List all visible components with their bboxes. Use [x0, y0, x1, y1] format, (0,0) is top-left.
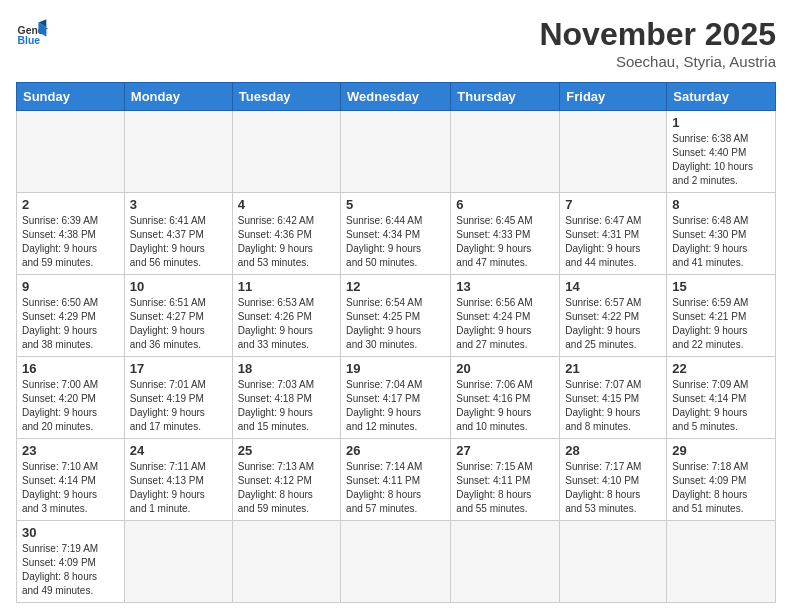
day-number: 10 — [130, 279, 227, 294]
calendar-day-cell: 25Sunrise: 7:13 AM Sunset: 4:12 PM Dayli… — [232, 439, 340, 521]
calendar-day-cell: 3Sunrise: 6:41 AM Sunset: 4:37 PM Daylig… — [124, 193, 232, 275]
weekday-header-saturday: Saturday — [667, 83, 776, 111]
day-info: Sunrise: 7:19 AM Sunset: 4:09 PM Dayligh… — [22, 542, 119, 598]
day-number: 29 — [672, 443, 770, 458]
day-info: Sunrise: 7:06 AM Sunset: 4:16 PM Dayligh… — [456, 378, 554, 434]
day-info: Sunrise: 7:14 AM Sunset: 4:11 PM Dayligh… — [346, 460, 445, 516]
calendar-day-cell — [124, 111, 232, 193]
calendar-day-cell: 26Sunrise: 7:14 AM Sunset: 4:11 PM Dayli… — [341, 439, 451, 521]
calendar-week-row: 30Sunrise: 7:19 AM Sunset: 4:09 PM Dayli… — [17, 521, 776, 603]
calendar-day-cell — [451, 521, 560, 603]
month-year-title: November 2025 — [539, 16, 776, 53]
day-number: 15 — [672, 279, 770, 294]
day-number: 22 — [672, 361, 770, 376]
page-header: General Blue November 2025 Soechau, Styr… — [16, 16, 776, 70]
day-info: Sunrise: 6:41 AM Sunset: 4:37 PM Dayligh… — [130, 214, 227, 270]
day-info: Sunrise: 7:07 AM Sunset: 4:15 PM Dayligh… — [565, 378, 661, 434]
calendar-day-cell: 28Sunrise: 7:17 AM Sunset: 4:10 PM Dayli… — [560, 439, 667, 521]
title-block: November 2025 Soechau, Styria, Austria — [539, 16, 776, 70]
day-number: 23 — [22, 443, 119, 458]
svg-text:Blue: Blue — [18, 35, 41, 46]
day-number: 7 — [565, 197, 661, 212]
day-number: 16 — [22, 361, 119, 376]
day-info: Sunrise: 6:47 AM Sunset: 4:31 PM Dayligh… — [565, 214, 661, 270]
calendar-day-cell — [667, 521, 776, 603]
calendar-day-cell — [124, 521, 232, 603]
day-number: 25 — [238, 443, 335, 458]
calendar-day-cell: 12Sunrise: 6:54 AM Sunset: 4:25 PM Dayli… — [341, 275, 451, 357]
day-number: 27 — [456, 443, 554, 458]
day-info: Sunrise: 6:38 AM Sunset: 4:40 PM Dayligh… — [672, 132, 770, 188]
calendar-day-cell: 29Sunrise: 7:18 AM Sunset: 4:09 PM Dayli… — [667, 439, 776, 521]
calendar-day-cell: 21Sunrise: 7:07 AM Sunset: 4:15 PM Dayli… — [560, 357, 667, 439]
calendar-day-cell: 14Sunrise: 6:57 AM Sunset: 4:22 PM Dayli… — [560, 275, 667, 357]
calendar-day-cell: 19Sunrise: 7:04 AM Sunset: 4:17 PM Dayli… — [341, 357, 451, 439]
day-number: 9 — [22, 279, 119, 294]
calendar-week-row: 9Sunrise: 6:50 AM Sunset: 4:29 PM Daylig… — [17, 275, 776, 357]
weekday-header-monday: Monday — [124, 83, 232, 111]
day-info: Sunrise: 7:03 AM Sunset: 4:18 PM Dayligh… — [238, 378, 335, 434]
weekday-header-tuesday: Tuesday — [232, 83, 340, 111]
day-info: Sunrise: 7:10 AM Sunset: 4:14 PM Dayligh… — [22, 460, 119, 516]
calendar-day-cell: 17Sunrise: 7:01 AM Sunset: 4:19 PM Dayli… — [124, 357, 232, 439]
calendar-day-cell: 4Sunrise: 6:42 AM Sunset: 4:36 PM Daylig… — [232, 193, 340, 275]
day-info: Sunrise: 7:13 AM Sunset: 4:12 PM Dayligh… — [238, 460, 335, 516]
day-info: Sunrise: 7:18 AM Sunset: 4:09 PM Dayligh… — [672, 460, 770, 516]
day-info: Sunrise: 7:17 AM Sunset: 4:10 PM Dayligh… — [565, 460, 661, 516]
calendar-day-cell: 24Sunrise: 7:11 AM Sunset: 4:13 PM Dayli… — [124, 439, 232, 521]
day-info: Sunrise: 7:11 AM Sunset: 4:13 PM Dayligh… — [130, 460, 227, 516]
weekday-header-row: SundayMondayTuesdayWednesdayThursdayFrid… — [17, 83, 776, 111]
day-number: 26 — [346, 443, 445, 458]
day-number: 11 — [238, 279, 335, 294]
day-info: Sunrise: 6:56 AM Sunset: 4:24 PM Dayligh… — [456, 296, 554, 352]
day-info: Sunrise: 6:48 AM Sunset: 4:30 PM Dayligh… — [672, 214, 770, 270]
day-number: 2 — [22, 197, 119, 212]
day-number: 28 — [565, 443, 661, 458]
day-info: Sunrise: 7:09 AM Sunset: 4:14 PM Dayligh… — [672, 378, 770, 434]
calendar-day-cell: 23Sunrise: 7:10 AM Sunset: 4:14 PM Dayli… — [17, 439, 125, 521]
logo: General Blue — [16, 16, 48, 48]
calendar-day-cell: 10Sunrise: 6:51 AM Sunset: 4:27 PM Dayli… — [124, 275, 232, 357]
calendar-day-cell — [341, 521, 451, 603]
day-number: 20 — [456, 361, 554, 376]
calendar-day-cell: 11Sunrise: 6:53 AM Sunset: 4:26 PM Dayli… — [232, 275, 340, 357]
day-number: 30 — [22, 525, 119, 540]
calendar-day-cell — [560, 111, 667, 193]
calendar-day-cell: 1Sunrise: 6:38 AM Sunset: 4:40 PM Daylig… — [667, 111, 776, 193]
day-info: Sunrise: 6:51 AM Sunset: 4:27 PM Dayligh… — [130, 296, 227, 352]
calendar-day-cell: 27Sunrise: 7:15 AM Sunset: 4:11 PM Dayli… — [451, 439, 560, 521]
day-number: 3 — [130, 197, 227, 212]
calendar-week-row: 1Sunrise: 6:38 AM Sunset: 4:40 PM Daylig… — [17, 111, 776, 193]
calendar-day-cell — [232, 521, 340, 603]
weekday-header-friday: Friday — [560, 83, 667, 111]
calendar-week-row: 2Sunrise: 6:39 AM Sunset: 4:38 PM Daylig… — [17, 193, 776, 275]
calendar-day-cell: 13Sunrise: 6:56 AM Sunset: 4:24 PM Dayli… — [451, 275, 560, 357]
calendar-day-cell: 6Sunrise: 6:45 AM Sunset: 4:33 PM Daylig… — [451, 193, 560, 275]
day-info: Sunrise: 7:04 AM Sunset: 4:17 PM Dayligh… — [346, 378, 445, 434]
day-info: Sunrise: 6:42 AM Sunset: 4:36 PM Dayligh… — [238, 214, 335, 270]
calendar-day-cell: 2Sunrise: 6:39 AM Sunset: 4:38 PM Daylig… — [17, 193, 125, 275]
day-info: Sunrise: 7:15 AM Sunset: 4:11 PM Dayligh… — [456, 460, 554, 516]
day-number: 19 — [346, 361, 445, 376]
day-number: 21 — [565, 361, 661, 376]
calendar-day-cell: 9Sunrise: 6:50 AM Sunset: 4:29 PM Daylig… — [17, 275, 125, 357]
calendar-table: SundayMondayTuesdayWednesdayThursdayFrid… — [16, 82, 776, 603]
calendar-week-row: 23Sunrise: 7:10 AM Sunset: 4:14 PM Dayli… — [17, 439, 776, 521]
day-info: Sunrise: 6:54 AM Sunset: 4:25 PM Dayligh… — [346, 296, 445, 352]
day-number: 24 — [130, 443, 227, 458]
calendar-day-cell: 18Sunrise: 7:03 AM Sunset: 4:18 PM Dayli… — [232, 357, 340, 439]
calendar-day-cell — [17, 111, 125, 193]
day-number: 8 — [672, 197, 770, 212]
calendar-day-cell — [451, 111, 560, 193]
day-info: Sunrise: 6:53 AM Sunset: 4:26 PM Dayligh… — [238, 296, 335, 352]
calendar-day-cell: 22Sunrise: 7:09 AM Sunset: 4:14 PM Dayli… — [667, 357, 776, 439]
day-info: Sunrise: 6:50 AM Sunset: 4:29 PM Dayligh… — [22, 296, 119, 352]
weekday-header-wednesday: Wednesday — [341, 83, 451, 111]
calendar-day-cell: 16Sunrise: 7:00 AM Sunset: 4:20 PM Dayli… — [17, 357, 125, 439]
calendar-week-row: 16Sunrise: 7:00 AM Sunset: 4:20 PM Dayli… — [17, 357, 776, 439]
calendar-day-cell: 20Sunrise: 7:06 AM Sunset: 4:16 PM Dayli… — [451, 357, 560, 439]
calendar-day-cell: 30Sunrise: 7:19 AM Sunset: 4:09 PM Dayli… — [17, 521, 125, 603]
day-info: Sunrise: 7:01 AM Sunset: 4:19 PM Dayligh… — [130, 378, 227, 434]
calendar-day-cell: 8Sunrise: 6:48 AM Sunset: 4:30 PM Daylig… — [667, 193, 776, 275]
location-subtitle: Soechau, Styria, Austria — [539, 53, 776, 70]
